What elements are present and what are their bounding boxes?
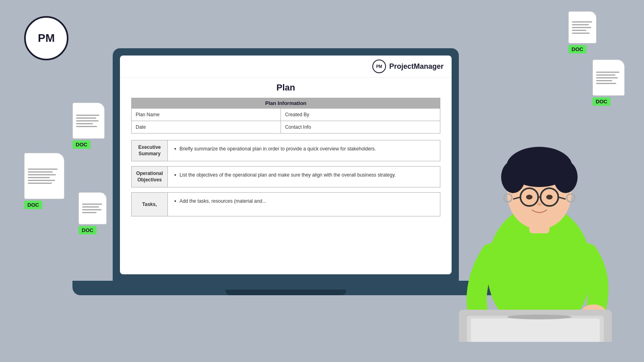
executive-summary-section: ExecutiveSummary Briefly summarize the o…: [131, 140, 440, 161]
doc-float-4: DOC: [24, 153, 64, 209]
doc-badge-4: DOC: [24, 201, 42, 209]
pm-logo: PM: [24, 16, 68, 60]
plan-name-label: Plan Name: [132, 109, 281, 121]
svg-point-6: [507, 153, 539, 181]
pm-brand-name: ProjectManager: [389, 62, 444, 71]
table-row-1: Plan Name Created By: [132, 109, 440, 121]
executive-summary-label: ExecutiveSummary: [132, 140, 168, 161]
tasks-section: Tasks, Add the tasks, resources (materia…: [131, 192, 440, 216]
doc-paper-2: [592, 60, 625, 96]
svg-point-14: [546, 195, 553, 200]
laptop-screen: PM ProjectManager Plan Plan Information …: [120, 56, 452, 274]
executive-summary-content: Briefly summarize the operational plan i…: [168, 140, 440, 161]
doc-paper-5: [78, 192, 107, 224]
laptop-frame: PM ProjectManager Plan Plan Information …: [113, 48, 459, 282]
svg-point-15: [537, 203, 541, 206]
pm-brand: PM ProjectManager: [372, 60, 444, 73]
tasks-label: Tasks,: [132, 193, 168, 216]
doc-badge-1: DOC: [568, 45, 586, 53]
pm-brand-circle: PM: [372, 60, 386, 73]
laptop-base: [72, 281, 499, 295]
plan-info-header: Plan Information: [132, 98, 440, 109]
svg-rect-23: [471, 319, 600, 342]
svg-point-13: [526, 195, 533, 200]
doc-paper-4: [24, 153, 64, 199]
plan-info-table: Plan Information Plan Name Created By Da…: [131, 98, 440, 134]
operational-objectives-content: List the objectives of the operational p…: [168, 167, 440, 187]
screen-header: PM ProjectManager: [120, 56, 452, 78]
document-title: Plan: [131, 82, 440, 93]
created-by-label: Created By: [281, 109, 440, 121]
operational-objectives-label: OperationalObjectives: [132, 167, 168, 187]
doc-float-3: DOC: [72, 103, 105, 149]
contact-info-label: Contact Info: [281, 121, 440, 134]
doc-badge-3: DOC: [72, 140, 91, 149]
operational-objectives-section: OperationalObjectives List the objective…: [131, 166, 440, 187]
doc-float-5: DOC: [78, 192, 107, 234]
doc-paper: [568, 11, 597, 43]
doc-float-1: DOC: [568, 11, 597, 53]
table-header-row: Plan Information: [132, 98, 440, 109]
svg-point-24: [507, 315, 572, 319]
svg-point-7: [539, 153, 572, 181]
doc-badge-5: DOC: [78, 226, 97, 234]
doc-paper-3: [72, 103, 105, 139]
table-row-2: Date Contact Info: [132, 121, 440, 134]
screen-body: Plan Plan Information Plan Name Created …: [120, 78, 452, 274]
date-label: Date: [132, 121, 281, 134]
tasks-content: Add the tasks, resources (material and..…: [168, 193, 440, 216]
person-illustration: [447, 93, 624, 342]
